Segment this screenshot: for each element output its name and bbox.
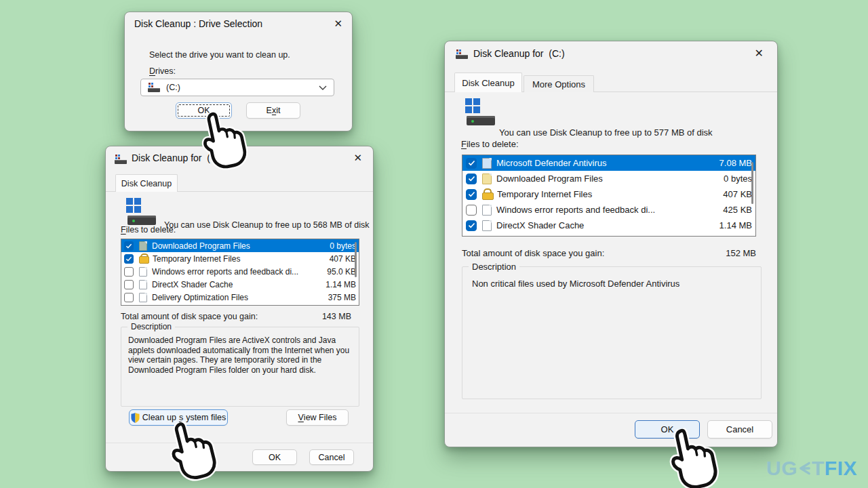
list-item[interactable]: Delivery Optimization Files 375 MB (121, 291, 359, 304)
list-item[interactable]: DirectX Shader Cache 1.14 MB (121, 278, 359, 291)
uac-shield-icon (131, 413, 140, 423)
checkbox-unchecked (124, 306, 134, 306)
exit-button[interactable]: Exit (246, 102, 300, 119)
checkbox-checked[interactable] (124, 241, 134, 251)
total-label: Total amount of disk space you gain: (462, 248, 604, 258)
file-icon (139, 241, 147, 251)
files-list: Downloaded Program Files 0 bytes Tempora… (121, 239, 359, 306)
list-item[interactable]: Windows error reports and feedback di...… (462, 202, 755, 218)
drive-prompt: Select the drive you want to clean up. (149, 50, 290, 60)
file-icon (482, 158, 492, 169)
files-list: Microsoft Defender Antivirus 7.08 MB Dow… (462, 155, 756, 237)
ugetfix-watermark: UG T FIX (766, 457, 857, 480)
file-icon (139, 280, 147, 289)
description-text: Downloaded Program Files are ActiveX con… (121, 327, 359, 383)
scrollbar[interactable] (751, 162, 753, 204)
footer-divider (445, 413, 777, 413)
description-text: Non critical files used by Microsoft Def… (462, 267, 761, 300)
file-icon (482, 236, 492, 237)
drive-select[interactable]: (C:) (140, 79, 334, 96)
lock-icon (139, 253, 148, 264)
files-to-delete-label: Files to delete: (461, 139, 519, 149)
view-files-button[interactable]: View Files (286, 409, 349, 426)
description-group: Description Non critical files used by M… (462, 266, 762, 399)
ok-button[interactable]: OK (252, 449, 297, 465)
file-icon (139, 306, 147, 306)
scrollbar[interactable] (355, 242, 357, 277)
file-icon (482, 174, 492, 184)
list-item[interactable]: Microsoft Defender Antivirus 7.08 MB (462, 155, 755, 171)
disk-cleanup-dialog-small: Disk Cleanup for (C:) ✕ Disk Cleanup You… (105, 146, 374, 472)
close-icon[interactable]: ✕ (334, 18, 342, 28)
file-icon (482, 220, 492, 231)
disk-cleanup-icon (456, 49, 468, 59)
list-item[interactable]: Temporary Internet Files 407 KB (121, 252, 359, 265)
checkbox-checked[interactable] (466, 174, 477, 184)
file-icon (482, 205, 492, 216)
checkbox-unchecked (466, 236, 477, 237)
description-group-title: Description (127, 322, 175, 331)
drive-select-value: (C:) (166, 83, 180, 92)
total-row: Total amount of disk space you gain: 143… (121, 312, 351, 321)
total-label: Total amount of disk space you gain: (121, 312, 258, 321)
checkbox-unchecked[interactable] (124, 293, 134, 302)
checkbox-checked[interactable] (466, 220, 477, 231)
stylized-e-icon (798, 460, 811, 476)
description-group-title: Description (469, 262, 519, 272)
tab-more-options[interactable]: More Options (524, 75, 594, 92)
close-icon[interactable]: ✕ (755, 48, 764, 59)
dialog-title: Disk Cleanup for (C:) (473, 48, 565, 59)
total-value: 152 MB (726, 248, 756, 258)
disk-cleanup-big-icon (464, 98, 495, 125)
dialog-title: Disk Cleanup : Drive Selection (134, 18, 262, 29)
chevron-down-icon (319, 85, 327, 90)
drive-icon (148, 83, 160, 92)
list-item[interactable]: Temporary Internet Files 407 KB (462, 186, 755, 202)
list-item[interactable]: DirectX Shader Cache 1.14 MB (462, 218, 755, 233)
list-item[interactable]: Downloaded Program Files 0 bytes (462, 171, 755, 186)
list-item-partial (462, 233, 755, 237)
drives-label: Drives: (149, 66, 176, 76)
checkbox-unchecked[interactable] (466, 205, 477, 216)
description-group: Description Downloaded Program Files are… (121, 327, 359, 407)
file-icon (139, 267, 147, 277)
tab-disk-cleanup[interactable]: Disk Cleanup (115, 174, 178, 192)
disk-cleanup-dialog-large: Disk Cleanup for (C:) ✕ Disk Cleanup Mor… (444, 41, 778, 447)
close-icon[interactable]: ✕ (353, 152, 362, 163)
disk-cleanup-icon (115, 155, 127, 164)
list-item-partial (121, 304, 359, 306)
disk-cleanup-big-icon (125, 198, 156, 225)
list-item[interactable]: Windows error reports and feedback di...… (121, 265, 359, 278)
checkbox-unchecked[interactable] (124, 280, 134, 289)
total-row: Total amount of disk space you gain: 152… (462, 248, 756, 258)
lock-icon (482, 188, 492, 200)
cancel-button[interactable]: Cancel (707, 420, 772, 439)
files-to-delete-label: Files to delete: (121, 225, 176, 235)
tab-disk-cleanup[interactable]: Disk Cleanup (454, 73, 522, 92)
total-value: 143 MB (322, 312, 351, 321)
cancel-button[interactable]: Cancel (309, 449, 354, 465)
checkbox-checked[interactable] (466, 158, 477, 169)
checkbox-unchecked[interactable] (124, 267, 134, 277)
checkbox-checked[interactable] (124, 254, 134, 264)
checkbox-checked[interactable] (466, 189, 477, 200)
footer-divider (106, 443, 373, 443)
list-item[interactable]: Downloaded Program Files 0 bytes (121, 239, 359, 252)
file-icon (139, 293, 147, 302)
